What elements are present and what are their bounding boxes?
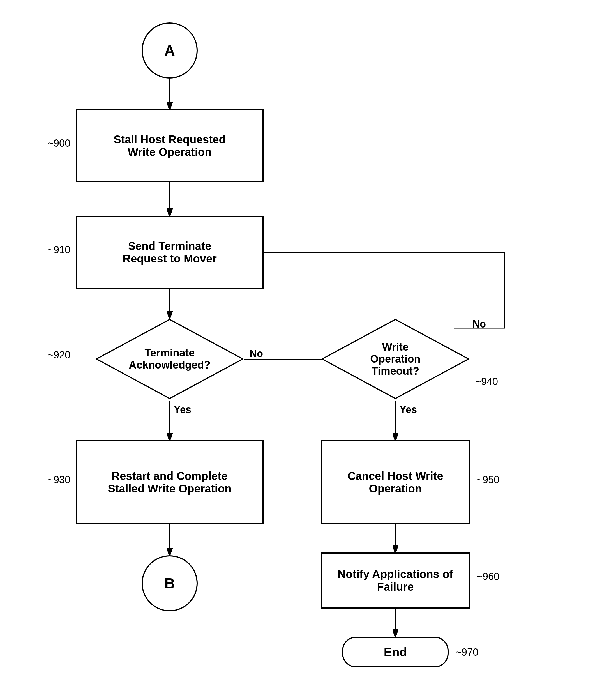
end-circle-b: B	[142, 555, 198, 611]
no-920-label: No	[250, 348, 263, 360]
ref-900: ~900	[48, 137, 70, 149]
arrows-svg	[0, 0, 595, 700]
box-stall-host: Stall Host Requested Write Operation	[76, 109, 263, 182]
ref-910: ~910	[48, 244, 70, 256]
flowchart-diagram: A Stall Host Requested Write Operation ~…	[0, 0, 595, 700]
start-circle-a: A	[142, 23, 198, 79]
end-rounded-rect: End	[342, 637, 449, 668]
ref-950: ~950	[477, 474, 500, 486]
no-940-label: No	[473, 318, 486, 330]
diamond-write-timeout: Write Operation Timeout?	[321, 318, 470, 400]
ref-960: ~960	[477, 571, 500, 583]
ref-970: ~970	[456, 646, 478, 658]
ref-930: ~930	[48, 474, 70, 486]
yes-920-label: Yes	[174, 404, 191, 416]
yes-940-label: Yes	[400, 404, 417, 416]
diamond-terminate-ack: Terminate Acknowledged?	[95, 318, 244, 400]
box-notify-failure: Notify Applications of Failure	[321, 553, 470, 609]
box-restart-complete: Restart and Complete Stalled Write Opera…	[76, 440, 263, 525]
ref-940: ~940	[475, 376, 498, 388]
box-cancel-host: Cancel Host Write Operation	[321, 440, 470, 525]
box-send-terminate: Send Terminate Request to Mover	[76, 216, 263, 289]
ref-920: ~920	[48, 349, 70, 361]
